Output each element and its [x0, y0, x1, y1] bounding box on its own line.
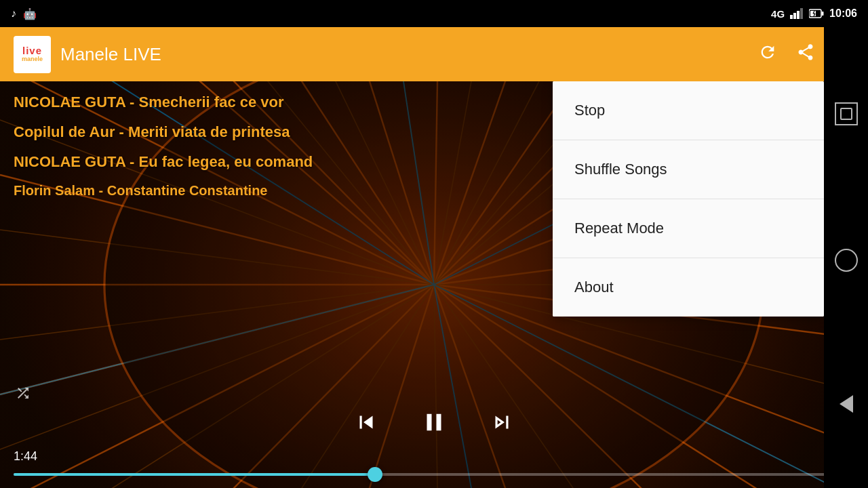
- repeat-mode-menu-item[interactable]: Repeat Mode: [553, 199, 824, 258]
- svg-rect-3: [800, 8, 803, 19]
- time-display: 10:06: [829, 7, 857, 20]
- app-logo: live manele: [14, 36, 51, 73]
- android-nav-bar: [824, 27, 868, 488]
- signal-bars-icon: [790, 8, 804, 19]
- song-item-3: NICOLAE GUTA - Eu fac legea, eu comand: [14, 153, 313, 171]
- back-button[interactable]: [840, 395, 853, 413]
- previous-track-button[interactable]: [353, 409, 379, 441]
- stop-menu-item[interactable]: Stop: [553, 81, 824, 140]
- progress-thumb[interactable]: [368, 467, 382, 482]
- logo-text-live: live: [22, 45, 42, 57]
- refresh-icon[interactable]: [758, 43, 777, 66]
- song-item-2: Copilul de Aur - Meriti viata de printes…: [14, 123, 313, 141]
- android-icon: 🤖: [23, 7, 37, 20]
- song-list: NICOLAE GUTA - Smecherii fac ce vor Copi…: [0, 81, 326, 211]
- shuffle-mode-icon[interactable]: [14, 385, 33, 405]
- share-icon[interactable]: [796, 43, 815, 66]
- current-time: 1:44: [14, 449, 37, 464]
- home-button[interactable]: [835, 249, 858, 272]
- status-bar: ♪ 🤖 4G 10:06: [0, 0, 868, 27]
- player-controls: 1:44 4:14: [0, 385, 868, 488]
- shuffle-songs-menu-item[interactable]: Shuffle Songs: [553, 140, 824, 199]
- logo-text-sub: manele: [22, 56, 43, 63]
- progress-bar-container[interactable]: [14, 468, 854, 481]
- side-controls-row: [14, 385, 854, 405]
- music-note-icon: ♪: [11, 7, 16, 20]
- status-bar-left-icons: ♪ 🤖: [11, 7, 37, 20]
- recent-apps-button[interactable]: [835, 102, 858, 125]
- app-bar: live manele Manele LIVE ⋮: [0, 27, 868, 81]
- dropdown-menu: Stop Shuffle Songs Repeat Mode About: [553, 81, 824, 317]
- app-title: Manele LIVE: [60, 44, 758, 65]
- progress-fill: [14, 473, 375, 476]
- main-content: NICOLAE GUTA - Smecherii fac ce vor Copi…: [0, 81, 868, 488]
- signal-label: 4G: [771, 8, 785, 20]
- about-menu-item[interactable]: About: [553, 258, 824, 317]
- song-item-1: NICOLAE GUTA - Smecherii fac ce vor: [14, 94, 313, 111]
- svg-rect-5: [822, 12, 824, 16]
- status-right-icons: 4G 10:06: [771, 7, 857, 20]
- playback-controls-row: [14, 408, 854, 443]
- time-display-row: 1:44 4:14: [14, 449, 854, 464]
- next-track-button[interactable]: [489, 409, 515, 441]
- svg-rect-0: [790, 15, 793, 19]
- current-song: Florin Salam - Constantine Constantine: [14, 183, 313, 199]
- svg-rect-61: [841, 108, 852, 119]
- progress-track[interactable]: [14, 473, 854, 476]
- svg-rect-2: [797, 11, 800, 19]
- battery-icon: [809, 9, 824, 18]
- svg-rect-1: [793, 13, 796, 19]
- pause-button[interactable]: [420, 408, 448, 443]
